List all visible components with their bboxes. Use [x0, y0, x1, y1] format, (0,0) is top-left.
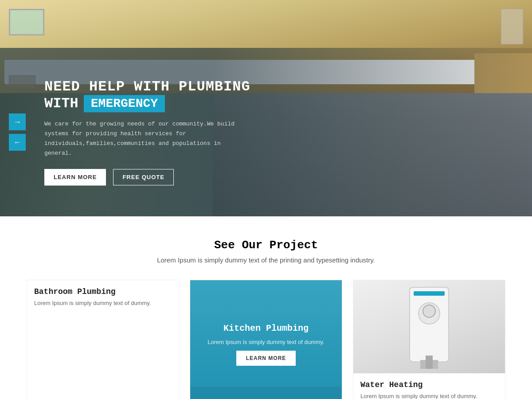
kitchen-learn-more-button[interactable]: LEARN MORE: [236, 351, 296, 366]
hero-description: We care for the growing needs of our com…: [44, 119, 239, 158]
kitchen-overlay: Kitchen Plumbing Lorem Ipsum is simply d…: [190, 280, 342, 399]
water-image: [353, 280, 505, 373]
water-card-body: Water Heating Lorem Ipsum is simply dumm…: [353, 373, 505, 399]
bathroom-title: Bathroom Plumbing: [34, 287, 172, 296]
water-card: Water Heating Lorem Ipsum is simply dumm…: [353, 280, 505, 399]
projects-subtitle: Lorem Ipsum is simply dummy text of the …: [27, 256, 505, 264]
projects-section: See Our Project Lorem Ipsum is simply du…: [0, 216, 532, 399]
hero-next-button[interactable]: →: [9, 113, 26, 130]
kitchen-desc: Lorem Ipsum is simply dummy text of dumm…: [199, 339, 333, 345]
projects-grid: Bathroom Plumbing Lorem Ipsum is simply …: [27, 280, 505, 399]
hero-section: → ← NEED HELP WITH PLUMBING WITH EMERGEN…: [0, 48, 532, 216]
emergency-badge: EMERGENCY: [84, 95, 165, 112]
kitchen-title: Kitchen Plumbing: [223, 323, 309, 333]
hero-title-line2: WITH EMERGENCY: [44, 95, 250, 112]
projects-title: See Our Project: [27, 239, 505, 252]
hero-navigation: → ←: [9, 113, 26, 151]
water-title: Water Heating: [360, 380, 498, 389]
hero-prev-button[interactable]: ←: [9, 134, 26, 151]
water-desc: Lorem Ipsum is simply dummy text of dumm…: [360, 393, 498, 399]
kitchen-image: Kitchen Plumbing Lorem Ipsum is simply d…: [190, 280, 342, 399]
free-quote-button[interactable]: FREE QUOTE: [113, 169, 174, 186]
bathroom-card-body: Bathroom Plumbing Lorem Ipsum is simply …: [27, 280, 179, 313]
hero-content: NEED HELP WITH PLUMBING WITH EMERGENCY W…: [44, 78, 250, 185]
hero-with-text: WITH: [44, 95, 78, 112]
bathroom-desc: Lorem Ipsum is simply dummy text of dumm…: [34, 300, 172, 306]
bathroom-card: Bathroom Plumbing Lorem Ipsum is simply …: [27, 280, 179, 399]
hero-title-line1: NEED HELP WITH PLUMBING: [44, 78, 250, 95]
hero-buttons: LEARN MORE FREE QUOTE: [44, 169, 250, 186]
learn-more-button[interactable]: LEARN MORE: [44, 169, 106, 186]
kitchen-card: Kitchen Plumbing Lorem Ipsum is simply d…: [190, 280, 342, 399]
